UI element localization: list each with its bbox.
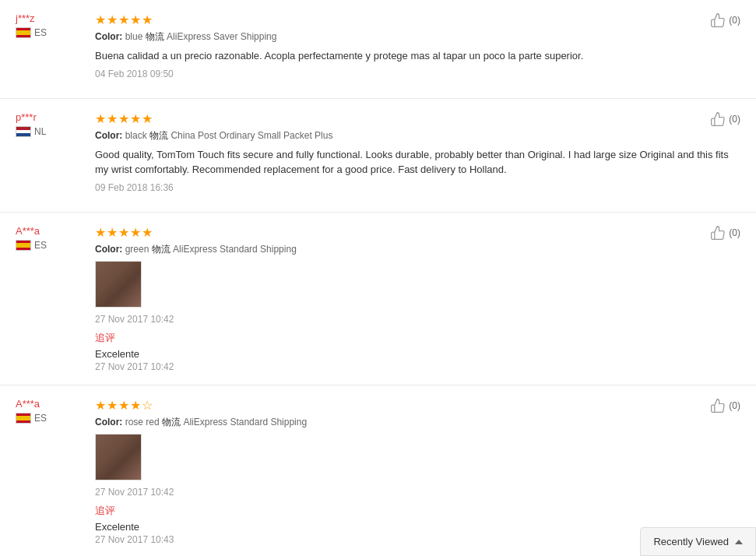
star-icon: ★ [130, 111, 141, 126]
color-value: rose red [125, 417, 162, 428]
review-text: Buena calidad a un precio razonable. Aco… [95, 48, 740, 64]
shipping-value: AliExpress Saver Shipping [167, 31, 276, 42]
review-image-inner [96, 435, 141, 480]
review-text: Good quality, TomTom Touch fits secure a… [95, 147, 740, 178]
review-content: ★★★★☆Color: rose red 物流 AliExpress Stand… [86, 398, 740, 545]
review-content: ★★★★★Color: blue 物流 AliExpress Saver Shi… [86, 12, 740, 86]
review-image[interactable] [95, 261, 142, 308]
star-rating: ★★★★★ [95, 12, 740, 27]
review-date: 27 Nov 2017 10:42 [95, 314, 740, 325]
thumbs-up-icon [710, 225, 726, 241]
country-code: ES [34, 413, 47, 424]
thumbs-up-icon [710, 111, 726, 127]
star-icon: ☆ [142, 398, 153, 413]
nl-flag-icon [16, 126, 31, 137]
star-icon: ★ [142, 12, 153, 27]
star-icon: ★ [107, 12, 118, 27]
chevron-up-icon [735, 540, 743, 544]
reviewer-info: p***rNL [16, 111, 86, 199]
review-item: j***zES★★★★★Color: blue 物流 AliExpress Sa… [0, 0, 756, 99]
shipping-label: 物流 [146, 31, 167, 42]
review-list: j***zES★★★★★Color: blue 物流 AliExpress Sa… [0, 0, 756, 556]
reviewer-info: A***aES [16, 398, 86, 545]
star-icon: ★ [118, 111, 129, 126]
follow-up-date: 27 Nov 2017 10:42 [95, 361, 740, 372]
country-code: ES [34, 27, 47, 38]
es-flag-icon [16, 413, 31, 424]
star-icon: ★ [107, 398, 118, 413]
color-label: Color: [95, 417, 125, 428]
reviewer-name: A***a [16, 398, 86, 410]
recently-viewed-button[interactable]: Recently Viewed [640, 527, 756, 556]
review-item: p***rNL★★★★★Color: black 物流 China Post O… [0, 99, 756, 213]
star-icon: ★ [95, 12, 106, 27]
color-label: Color: [95, 130, 125, 141]
color-shipping-info: Color: blue 物流 AliExpress Saver Shipping [95, 30, 740, 44]
star-icon: ★ [130, 398, 141, 413]
star-icon: ★ [130, 225, 141, 240]
review-content: ★★★★★Color: black 物流 China Post Ordinary… [86, 111, 740, 199]
like-button[interactable]: (0) [710, 111, 740, 127]
star-icon: ★ [142, 225, 153, 240]
follow-up-text: Excelente [95, 348, 740, 360]
shipping-label: 物流 [152, 244, 173, 255]
color-label: Color: [95, 31, 125, 42]
color-value: black [125, 130, 149, 141]
flag-container: ES [16, 27, 86, 38]
shipping-value: AliExpress Standard Shipping [173, 244, 297, 255]
flag-container: NL [16, 126, 86, 137]
reviewer-info: j***zES [16, 12, 86, 86]
color-value: green [125, 244, 152, 255]
review-date: 27 Nov 2017 10:42 [95, 487, 740, 498]
country-code: NL [34, 126, 46, 137]
color-value: blue [125, 31, 146, 42]
shipping-label: 物流 [149, 130, 171, 141]
star-rating: ★★★★★ [95, 225, 740, 240]
star-icon: ★ [95, 225, 106, 240]
like-count: (0) [729, 15, 740, 26]
star-rating: ★★★★★ [95, 111, 740, 126]
reviewer-name: A***a [16, 225, 86, 237]
review-image[interactable] [95, 434, 142, 480]
shipping-label: 物流 [162, 417, 183, 428]
like-button[interactable]: (0) [710, 398, 740, 413]
review-date: 09 Feb 2018 16:36 [95, 182, 740, 193]
star-rating: ★★★★☆ [95, 398, 740, 413]
thumbs-up-icon [710, 398, 726, 413]
country-code: ES [34, 240, 47, 251]
like-button[interactable]: (0) [710, 225, 740, 241]
review-item: A***aES★★★★★Color: green 物流 AliExpress S… [0, 213, 756, 385]
like-count: (0) [729, 227, 740, 238]
color-shipping-info: Color: rose red 物流 AliExpress Standard S… [95, 416, 740, 429]
like-count: (0) [729, 114, 740, 125]
star-icon: ★ [95, 111, 106, 126]
reviewer-name: j***z [16, 12, 86, 24]
star-icon: ★ [130, 12, 141, 27]
reviewer-info: A***aES [16, 225, 86, 372]
star-icon: ★ [142, 111, 153, 126]
star-icon: ★ [118, 12, 129, 27]
follow-up-label: 追评 [95, 331, 740, 345]
review-image-inner [96, 262, 141, 307]
like-count: (0) [729, 400, 740, 411]
star-icon: ★ [107, 111, 118, 126]
thumbs-up-icon [710, 12, 726, 28]
star-icon: ★ [107, 225, 118, 240]
reviewer-name: p***r [16, 111, 86, 123]
review-content: ★★★★★Color: green 物流 AliExpress Standard… [86, 225, 740, 372]
star-icon: ★ [95, 398, 106, 413]
star-icon: ★ [118, 398, 129, 413]
recently-viewed-label: Recently Viewed [653, 536, 729, 547]
flag-container: ES [16, 413, 86, 424]
star-icon: ★ [118, 225, 129, 240]
flag-container: ES [16, 240, 86, 251]
es-flag-icon [16, 27, 31, 38]
color-label: Color: [95, 244, 125, 255]
shipping-value: China Post Ordinary Small Packet Plus [171, 130, 332, 141]
like-button[interactable]: (0) [710, 12, 740, 28]
color-shipping-info: Color: green 物流 AliExpress Standard Ship… [95, 243, 740, 256]
color-shipping-info: Color: black 物流 China Post Ordinary Smal… [95, 129, 740, 143]
review-date: 04 Feb 2018 09:50 [95, 69, 740, 79]
shipping-value: AliExpress Standard Shipping [183, 417, 307, 428]
es-flag-icon [16, 240, 31, 251]
